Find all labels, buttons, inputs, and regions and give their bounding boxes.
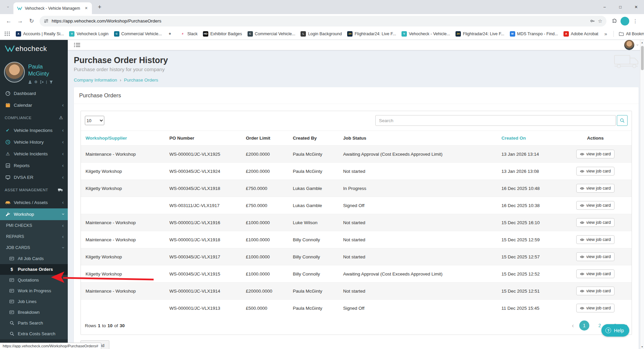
- bookmark-item[interactable]: 24 Flightradar24: Live F...: [453, 30, 507, 38]
- new-tab-button[interactable]: +: [95, 3, 104, 11]
- history-clock-icon: [5, 140, 11, 145]
- refresh-button[interactable]: ↻: [26, 16, 37, 27]
- cell-order-limit: £1000.0000: [241, 248, 288, 265]
- view-job-card-button[interactable]: view job card: [576, 201, 614, 210]
- bookmark-item[interactable]: M MDS Transpo - Find...: [507, 30, 560, 38]
- column-workshop-supplier[interactable]: Workshop/Supplier: [81, 131, 165, 146]
- cell-order-limit: £1000.0000: [241, 214, 288, 231]
- filter-icon[interactable]: [49, 80, 53, 84]
- back-button[interactable]: ←: [3, 16, 14, 27]
- sidebar-item-dvsa-er[interactable]: DVSA ER ‹: [0, 171, 68, 183]
- cell-po-number: WS-003111/JC-VLX1917: [165, 197, 241, 214]
- pagination-page-1[interactable]: 1: [579, 320, 589, 331]
- search-button[interactable]: [617, 115, 628, 126]
- sidebar-item-vehicle-incidents[interactable]: ⚠ Vehicle Incidents ‹: [0, 148, 68, 160]
- settings-gear-icon[interactable]: ⚙: [34, 80, 38, 84]
- browser-profile-avatar[interactable]: [621, 17, 629, 26]
- browser-tab[interactable]: Vehocheck - Vehicle Managem ✕: [13, 2, 92, 14]
- column-created-on[interactable]: Created On: [497, 131, 558, 146]
- bookmark-item[interactable]: C Commercial Vehicle...: [245, 30, 298, 38]
- sidebar-item-pmi-checks[interactable]: PMI CHECKS ‹: [0, 220, 68, 231]
- bookmark-item[interactable]: V Vehocheck Login: [67, 30, 111, 38]
- tab-title: Vehocheck - Vehicle Managem: [25, 6, 80, 11]
- page-scrollbar[interactable]: ▲ ▼: [640, 40, 644, 349]
- bookmark-label: Flightradar24: Live F...: [355, 32, 396, 36]
- column-created-by[interactable]: Created By: [288, 131, 338, 146]
- breadcrumb-purchase-orders[interactable]: Purchase Orders: [124, 78, 158, 83]
- breadcrumb-company-information[interactable]: Company Information: [74, 78, 117, 83]
- scroll-up-icon[interactable]: ▲: [640, 40, 644, 45]
- bookmark-item[interactable]: L Login Background: [298, 30, 344, 38]
- bookmarks-overflow-chevron[interactable]: »: [601, 31, 610, 37]
- profile-icons-divider: |: [46, 80, 47, 84]
- sidebar-item-repairs[interactable]: REPAIRS ‹: [0, 231, 68, 242]
- search-input[interactable]: [375, 115, 616, 126]
- close-button[interactable]: ✕: [628, 0, 644, 14]
- sidebar-item-dashboard[interactable]: Dashboard: [0, 88, 68, 99]
- view-job-card-button[interactable]: view job card: [576, 269, 614, 278]
- bookmark-item[interactable]: 24 Flightradar24: Live F...: [345, 30, 398, 38]
- sidebar-item-work-in-progress[interactable]: Work in Progress: [0, 286, 68, 296]
- user-menu[interactable]: ‹: [624, 40, 638, 50]
- minimize-button[interactable]: –: [597, 0, 612, 14]
- bookmark-item[interactable]: A Adobe Acrobat: [561, 30, 601, 38]
- view-job-card-button[interactable]: view job card: [576, 287, 614, 295]
- sidebar-item-parts-search[interactable]: Parts Search: [0, 318, 68, 329]
- address-bar[interactable]: https://app.vehocheck.com/Workshop/Purch…: [40, 16, 606, 27]
- pagination-prev-icon[interactable]: ‹: [572, 322, 574, 329]
- view-job-card-button[interactable]: view job card: [576, 150, 614, 158]
- column-job-status[interactable]: Job Status: [338, 131, 497, 146]
- sidebar-item-all-job-cards[interactable]: All Job Cards: [0, 253, 68, 264]
- view-job-card-button[interactable]: view job card: [576, 304, 614, 312]
- view-job-card-button[interactable]: view job card: [576, 167, 614, 176]
- scrollbar-thumb[interactable]: [641, 46, 644, 70]
- tab-search-button[interactable]: ‹: [3, 3, 12, 11]
- chevron-down-icon: ‹: [6, 6, 10, 8]
- forward-button[interactable]: →: [15, 16, 25, 27]
- browser-menu-button[interactable]: ⋮: [630, 16, 641, 27]
- sidebar-item-quotations[interactable]: Quotations: [0, 275, 68, 286]
- view-job-card-button[interactable]: view job card: [576, 218, 614, 227]
- all-bookmarks-button[interactable]: All Bookmarks: [616, 30, 644, 38]
- view-job-card-button[interactable]: view job card: [576, 184, 614, 193]
- bookmark-item[interactable]: C Commercial Vehicle...: [112, 30, 164, 38]
- sidebar-item-reports[interactable]: Reports ‹: [0, 160, 68, 171]
- cell-po-number: WS-000001/JC-VLX1918: [165, 231, 241, 248]
- sidebar-item-purchase-orders[interactable]: $ Purchase Orders: [0, 264, 68, 275]
- apps-grid-icon[interactable]: [5, 32, 10, 36]
- sidebar-item-vehicle-history[interactable]: Vehicle History ‹: [0, 136, 68, 148]
- page-size-select[interactable]: 10: [85, 116, 104, 125]
- sidebar-item-vehicle-inspections[interactable]: ✔ Vehicle Inspections ‹: [0, 124, 68, 136]
- password-key-icon[interactable]: [590, 18, 595, 23]
- bookmarks-bar: A Accounts | Really Si... V Vehocheck Lo…: [0, 28, 644, 40]
- bookmark-item[interactable]: A Accounts | Really Si...: [13, 30, 66, 38]
- bookmark-star-icon[interactable]: ☆: [598, 18, 602, 24]
- profile-person-icon[interactable]: [28, 80, 32, 84]
- sidebar-item-job-cards[interactable]: JOB CARDS ‹: [0, 242, 68, 253]
- maximize-button[interactable]: □: [612, 0, 628, 14]
- column-order-limit[interactable]: Order Limit: [241, 131, 288, 146]
- view-job-card-button[interactable]: view job card: [576, 252, 614, 261]
- view-job-card-button[interactable]: view job card: [576, 235, 614, 244]
- sidebar-item-calendar[interactable]: Calendar ‹: [0, 99, 68, 111]
- sidebar-toggle-button[interactable]: [74, 42, 80, 48]
- bookmark-item[interactable]: HD Exhibitor Badges: [201, 30, 245, 38]
- scroll-down-icon[interactable]: ▼: [640, 344, 644, 349]
- cell-order-limit: £1000.0000: [241, 231, 288, 248]
- tab-close-button[interactable]: ✕: [83, 5, 89, 11]
- help-button[interactable]: ? Help: [601, 324, 629, 337]
- extensions-icon[interactable]: [609, 16, 620, 27]
- logout-icon[interactable]: [40, 80, 44, 84]
- sidebar-item-job-lines[interactable]: Job Lines: [0, 296, 68, 307]
- column-actions: Actions: [558, 131, 632, 146]
- sidebar-item-extra-costs-search[interactable]: Extra Costs Search: [0, 329, 68, 339]
- bookmark-item[interactable]: ⊕: [165, 30, 177, 38]
- cell-po-number: WS-000345/JC-VLX1917: [165, 248, 241, 265]
- site-settings-icon[interactable]: [44, 18, 49, 23]
- sidebar-item-vehicles-assets[interactable]: Vehicles / Assets ‹: [0, 197, 68, 208]
- bookmark-item[interactable]: # Slack: [177, 30, 200, 38]
- sidebar-item-workshop[interactable]: Workshop ‹: [0, 208, 68, 220]
- column-po-number[interactable]: PO Number: [165, 131, 241, 146]
- sidebar-item-breakdown[interactable]: Breakdown: [0, 307, 68, 318]
- bookmark-item[interactable]: V Vehocheck - Vehicle...: [399, 30, 452, 38]
